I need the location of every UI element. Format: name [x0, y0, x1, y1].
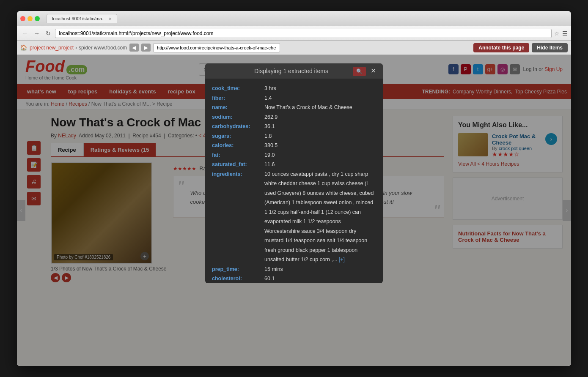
- toolbar-bar: 🏠 project new_project › spider www.food.…: [17, 41, 571, 55]
- field-value: 3 hrs: [264, 84, 376, 93]
- field-key: cholesterol:: [212, 274, 263, 283]
- modal-field-row: saturated_fat:11.6: [212, 160, 376, 169]
- field-key: carbohydrates:: [212, 122, 263, 131]
- field-key: ingredients:: [212, 169, 263, 265]
- hide-items-button[interactable]: Hide Items: [532, 43, 568, 52]
- modal-field-row: sugars:1.8: [212, 131, 376, 141]
- food-website: Food .com Home of the Home Cook 🔍 f P t …: [17, 55, 571, 366]
- modal-field-row: cook_time:3 hrs: [212, 84, 376, 93]
- maximize-button[interactable]: [35, 16, 40, 21]
- field-key: saturated_fat:: [212, 160, 263, 169]
- window-controls: [20, 16, 40, 21]
- tab-close-icon[interactable]: ✕: [108, 16, 112, 21]
- field-key: name:: [212, 103, 263, 112]
- tab-title: localhost:9001/static/ma...: [52, 16, 106, 21]
- browser-window: localhost:9001/static/ma... ✕ ← → ↻ ☆ ☰ …: [17, 11, 571, 366]
- field-value: Now That's a Crock of Mac & Cheese: [264, 103, 376, 112]
- modal-field-row: carbohydrates:36.1: [212, 122, 376, 131]
- annotate-button[interactable]: Annotate this page: [473, 43, 529, 52]
- field-value: 1.4: [264, 93, 376, 103]
- minimize-button[interactable]: [27, 16, 33, 21]
- modal-field-row: sodium:262.9: [212, 112, 376, 122]
- modal-field-row: fat:19.0: [212, 150, 376, 160]
- modal-field-row: cholesterol:60.1: [212, 274, 376, 283]
- home-icon[interactable]: 🏠: [20, 44, 27, 51]
- field-value: 19.0: [264, 150, 376, 160]
- extracted-items-modal: Displaying 1 extracted items 🔍 ✕ cook_ti…: [205, 63, 383, 283]
- field-value: 262.9: [264, 112, 376, 122]
- field-value: 36.1: [264, 122, 376, 131]
- field-value: 1.8: [264, 131, 376, 141]
- browser-tab[interactable]: localhost:9001/static/ma... ✕: [47, 14, 117, 23]
- field-key: fat:: [212, 150, 263, 160]
- field-key: sodium:: [212, 112, 263, 122]
- modal-title: Displaying 1 extracted items: [212, 68, 371, 74]
- modal-field-row: calories:380.5: [212, 141, 376, 150]
- back-button[interactable]: ←: [20, 29, 30, 38]
- page-url-input[interactable]: [153, 43, 280, 52]
- field-value: 60.1: [264, 274, 376, 283]
- field-key: sugars:: [212, 131, 263, 141]
- project-link[interactable]: project new_project: [30, 45, 74, 51]
- refresh-button[interactable]: ↻: [44, 29, 52, 38]
- modal-search-button[interactable]: 🔍: [353, 67, 366, 76]
- field-value: 10 ounces cavatappi pasta , dry 1 cup sh…: [264, 169, 376, 265]
- spider-label: spider www.food.com: [79, 45, 127, 51]
- menu-icon[interactable]: ☰: [562, 30, 568, 37]
- page-content: Food .com Home of the Home Cook 🔍 f P t …: [17, 55, 571, 366]
- breadcrumb-separator: ›: [75, 45, 77, 51]
- nav-next-btn[interactable]: ▶: [141, 44, 151, 52]
- field-value: 11.6: [264, 160, 376, 169]
- nav-prev-btn[interactable]: ◀: [129, 44, 139, 52]
- field-key: cook_time:: [212, 84, 263, 93]
- title-bar: localhost:9001/static/ma... ✕: [17, 11, 571, 26]
- field-key: prep_time:: [212, 265, 263, 274]
- nav-bar: ← → ↻ ☆ ☰: [17, 26, 571, 41]
- close-button[interactable]: [20, 16, 25, 21]
- address-bar[interactable]: [55, 29, 552, 38]
- field-value: 15 mins: [264, 265, 376, 274]
- toolbar-breadcrumb: project new_project › spider www.food.co…: [30, 45, 127, 51]
- modal-field-row: ingredients:10 ounces cavatappi pasta , …: [212, 169, 376, 265]
- bookmark-icon[interactable]: ☆: [554, 30, 560, 37]
- modal-field-row: prep_time:15 mins: [212, 265, 376, 274]
- forward-button[interactable]: →: [32, 29, 41, 38]
- tab-bar: localhost:9001/static/ma... ✕: [47, 14, 568, 23]
- field-key: calories:: [212, 141, 263, 150]
- modal-header: Displaying 1 extracted items 🔍 ✕: [205, 63, 383, 79]
- expand-link[interactable]: [+]: [337, 257, 345, 262]
- modal-overlay: Displaying 1 extracted items 🔍 ✕ cook_ti…: [17, 55, 571, 366]
- modal-close-button[interactable]: ✕: [371, 68, 376, 74]
- field-value: 380.5: [264, 141, 376, 150]
- field-key: fiber:: [212, 93, 263, 103]
- modal-field-row: fiber:1.4: [212, 93, 376, 103]
- modal-field-row: name:Now That's a Crock of Mac & Cheese: [212, 103, 376, 112]
- modal-body: cook_time:3 hrsfiber:1.4name:Now That's …: [205, 79, 383, 283]
